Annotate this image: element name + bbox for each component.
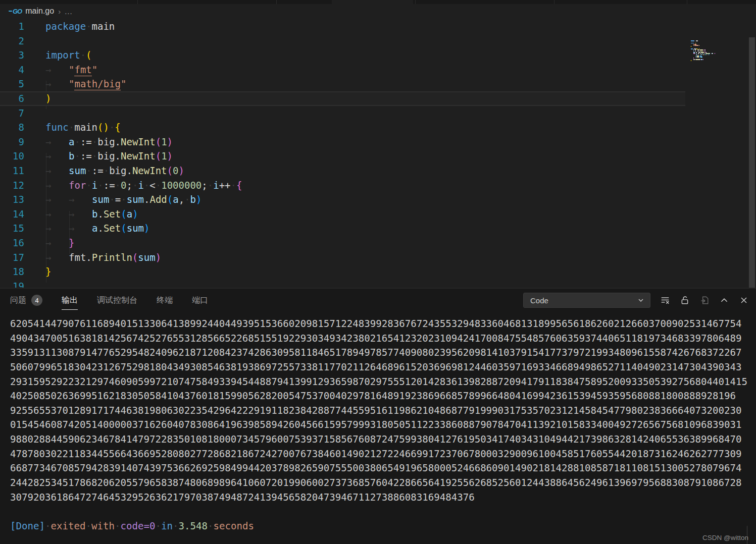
panel-tab-ports[interactable]: 端口 <box>192 289 208 311</box>
close-panel-button[interactable] <box>739 295 749 305</box>
minimap-token <box>709 55 710 56</box>
breadcrumb-ellipsis[interactable]: ... <box>65 7 73 16</box>
minimap-token <box>691 46 691 47</box>
line-number: 5 <box>0 77 24 91</box>
open-output-in-editor-button[interactable] <box>699 295 710 305</box>
output-line: 3079203618647274645329526362179703874948… <box>10 491 748 505</box>
code-token: ) <box>196 194 201 205</box>
output-log[interactable]: 6205414479076116894015133064138992440449… <box>10 317 748 534</box>
line-number: 14 <box>0 207 24 222</box>
breadcrumb-file[interactable]: main.go <box>25 7 54 16</box>
code-line[interactable]: 5→"math/big" <box>0 77 756 91</box>
whitespace-glyph: → <box>69 221 92 236</box>
minimap-token <box>696 59 699 60</box>
line-number: 15 <box>0 221 24 236</box>
code-token: ) <box>167 136 173 147</box>
whitespace-glyph: · <box>86 165 91 176</box>
minimap[interactable] <box>691 40 711 63</box>
code-token: ) <box>103 122 109 133</box>
code-line[interactable]: 18} <box>0 264 756 279</box>
code-token: NewInt <box>121 150 156 161</box>
minimap-token <box>715 53 715 54</box>
panel-header: 问题 4 输出 调试控制台 终端 端口 Code <box>0 289 756 312</box>
code-token: ( <box>97 122 103 133</box>
whitespace-glyph: → <box>45 63 69 77</box>
code-line[interactable]: 1package·main <box>0 19 756 34</box>
code-token: NewInt <box>132 165 167 176</box>
whitespace-glyph: · <box>86 21 91 32</box>
whitespace-glyph: · <box>115 520 121 532</box>
go-file-icon: GO <box>9 8 22 15</box>
clear-output-button[interactable] <box>660 295 670 305</box>
editor-tab-strip[interactable] <box>0 0 756 4</box>
minimap-token <box>691 40 694 41</box>
scrollbar-slider[interactable] <box>749 37 755 288</box>
whitespace-glyph: · <box>208 180 213 191</box>
code-token: ( <box>167 165 173 176</box>
editor[interactable]: 1package·main23import·(4→"fmt"5→"math/bi… <box>0 18 756 288</box>
code-token: a <box>92 223 97 234</box>
code-line[interactable]: 16→} <box>0 236 756 250</box>
code-line[interactable]: 19 <box>0 279 756 288</box>
code-token: fmt <box>69 252 86 263</box>
code-line[interactable]: 2 <box>0 34 756 48</box>
minimap-line <box>691 61 711 62</box>
code-lines[interactable]: 1package·main23import·(4→"fmt"5→"math/bi… <box>0 19 756 288</box>
minimap-token <box>700 57 702 58</box>
code-token: ( <box>121 208 126 220</box>
whitespace-glyph: → <box>45 164 69 178</box>
output-line <box>10 505 748 519</box>
code-token: big <box>97 150 115 161</box>
output-line: 9880288445906234678414797228350108180007… <box>10 432 748 447</box>
output-channel-select[interactable]: Code <box>523 293 650 308</box>
panel-tab-terminal[interactable]: 终端 <box>157 289 173 311</box>
tab-separator <box>415 0 416 4</box>
code-token: ; <box>126 180 132 191</box>
lock-scroll-button[interactable] <box>680 295 690 305</box>
code-line[interactable]: 9→a·:=·big.NewInt(1) <box>0 135 756 149</box>
whitespace-glyph: → <box>45 149 69 164</box>
panel-tab-problems[interactable]: 问题 4 <box>10 289 42 311</box>
code-line[interactable]: 15→→a.Set(sum) <box>0 221 756 236</box>
whitespace-glyph: · <box>86 180 91 191</box>
active-tab-top[interactable] <box>332 0 413 4</box>
code-line[interactable]: 6) <box>0 91 685 106</box>
line-number: 10 <box>0 149 24 164</box>
whitespace-glyph: → <box>45 192 69 207</box>
minimap-token <box>699 45 699 46</box>
code-line[interactable]: 11→sum·:=·big.NewInt(0) <box>0 164 756 178</box>
editor-scrollbar[interactable] <box>748 37 755 288</box>
code-token: Set <box>104 208 121 220</box>
code-token: ( <box>167 194 173 205</box>
code-token: a <box>127 208 132 220</box>
code-line[interactable]: 12→for·i·:=·0;·i·<·1000000;·i++·{ <box>0 178 756 193</box>
code-line[interactable]: 17→fmt.Println(sum) <box>0 250 756 265</box>
code-token: " <box>92 64 97 75</box>
code-line[interactable]: 14→→b.Set(a) <box>0 207 756 222</box>
code-line[interactable]: 7 <box>0 106 756 121</box>
code-token: fmt <box>74 64 91 76</box>
code-token: b <box>69 150 74 161</box>
panel-tab-output[interactable]: 输出 <box>62 289 78 311</box>
code-token: " <box>69 78 74 89</box>
code-line[interactable]: 4→"fmt" <box>0 63 756 77</box>
code-token: . <box>115 150 121 161</box>
code-line[interactable]: 3import·( <box>0 48 756 63</box>
done-line: [Done]·exited·with·code=0·in·3.548·secon… <box>10 519 748 534</box>
code-line[interactable]: 8func·main()·{ <box>0 120 756 135</box>
whitespace-glyph: · <box>97 180 103 191</box>
code-token: ) <box>167 150 173 161</box>
whitespace-glyph: · <box>184 194 190 205</box>
code-token: a <box>173 194 178 205</box>
breadcrumb[interactable]: GO main.go › ... <box>0 4 756 18</box>
maximize-panel-button[interactable] <box>719 295 729 305</box>
line-number: 2 <box>0 34 24 48</box>
code-token: . <box>126 165 132 176</box>
done-segment: in <box>161 520 173 532</box>
panel-tab-debug-console[interactable]: 调试控制台 <box>97 289 137 311</box>
whitespace-glyph: · <box>80 49 86 61</box>
code-line[interactable]: 10→b·:=·big.NewInt(1) <box>0 149 756 164</box>
code-line[interactable]: 13→→sum·=·sum.Add(a,·b) <box>0 192 756 207</box>
whitespace-glyph: · <box>121 194 126 205</box>
code-token: 1 <box>161 136 167 147</box>
